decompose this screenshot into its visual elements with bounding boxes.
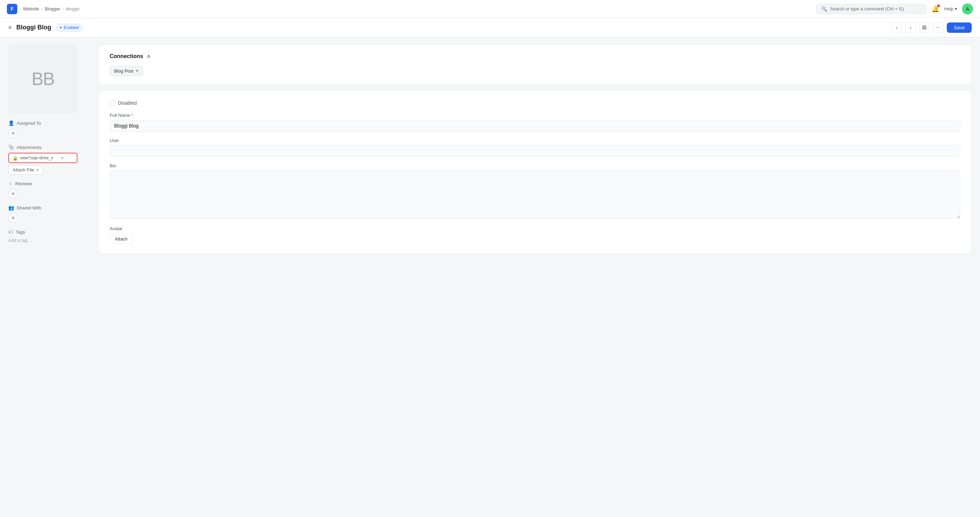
disabled-row: Disabled [110,100,960,106]
tags-label: Tags [16,230,25,235]
notification-badge [937,5,940,7]
svg-rect-1 [923,25,925,27]
connections-card: Connections ∧ Blog Post + [98,44,972,85]
reviews-title: ☆ Reviews [8,181,91,186]
assigned-to-title: 👤 Assigned To [8,120,91,126]
help-label: Help [944,6,953,11]
top-nav: F › Website › Blogger › bloggo 🔍 Search … [0,0,980,18]
user-group: User [110,138,960,157]
attach-file-label: Attach File [13,167,34,173]
disabled-label: Disabled [118,100,137,106]
svg-rect-2 [923,28,925,29]
bio-label: Bio [110,163,960,168]
assigned-to-label: Assigned To [17,121,41,126]
main-layout: BB 👤 Assigned To + 📎 Attachments 🔒 view?… [0,37,980,517]
content-panel: Connections ∧ Blog Post + Disabled Full … [98,44,972,510]
reviews-label: Reviews [15,181,32,186]
full-name-label: Full Name * [110,113,960,118]
required-star: * [131,113,133,118]
add-connection-icon: + [135,68,138,74]
breadcrumb-current: bloggo [66,6,80,11]
chevron-down-icon: ▾ [955,6,957,11]
next-button[interactable]: › [905,22,916,33]
search-placeholder: Search or type a command (Ctrl + G) [830,6,904,11]
page-header: ≡ Bloggi Blog Enabled ‹ › ··· Save [0,18,980,37]
prev-button[interactable]: ‹ [891,22,902,33]
person-icon: 👤 [8,120,14,126]
connections-tags-row: Blog Post + [110,66,960,76]
breadcrumb-website[interactable]: Website [23,6,39,11]
avatar-label: Avatar [110,226,960,231]
reviews-section: ☆ Reviews + [8,181,91,199]
bio-textarea[interactable] [110,170,960,219]
user-input[interactable] [110,145,960,157]
notifications-button[interactable]: 🔔 [932,5,939,13]
attach-avatar-button[interactable]: Attach [110,234,133,244]
page-title: Bloggi Blog [16,24,51,31]
bio-group: Bio [110,163,960,220]
avatar-section: Avatar Attach [110,226,960,244]
sidebar: BB 👤 Assigned To + 📎 Attachments 🔒 view?… [8,44,91,510]
status-badge: Enabled [56,24,83,32]
attachments-title: 📎 Attachments [8,144,91,150]
sep2: › [41,6,43,11]
connections-collapse-icon[interactable]: ∧ [146,53,151,59]
attachment-item: 🔒 view?usp=drive_v × [8,153,78,163]
shared-with-label: Shared With [17,205,41,211]
shared-with-section: 👥 Shared With + [8,205,91,223]
search-icon: 🔍 [821,6,827,12]
app-icon[interactable]: F [7,4,17,14]
paperclip-icon: 📎 [8,144,14,150]
add-review-button[interactable]: + [8,189,18,199]
tag-icon: 🏷 [8,229,13,235]
full-name-input[interactable] [110,120,960,132]
avatar-initials: BB [32,68,54,89]
page-header-left: ≡ Bloggi Blog Enabled [8,24,83,32]
breadcrumb-area: F › Website › Blogger › bloggo [7,4,80,14]
connections-title: Connections [110,53,143,59]
save-button[interactable]: Save [947,22,972,33]
form-card: Disabled Full Name * User Bio [98,90,972,254]
user-label: User [110,138,960,143]
attachment-filename: view?usp=drive_v [20,155,58,160]
attach-file-button[interactable]: Attach File + [8,165,43,174]
search-box[interactable]: 🔍 Search or type a command (Ctrl + G) [816,4,927,14]
attach-file-plus-icon: + [36,167,39,173]
add-shared-button[interactable]: + [8,213,18,223]
lock-icon: 🔒 [13,155,18,161]
connections-header: Connections ∧ [110,53,960,59]
attachment-remove-button[interactable]: × [60,155,64,161]
page-header-right: ‹ › ··· Save [891,22,972,33]
breadcrumb-blogger[interactable]: Blogger [45,6,60,11]
avatar-card: BB [8,44,78,113]
disabled-checkbox[interactable] [110,100,115,106]
attachments-section: 📎 Attachments 🔒 view?usp=drive_v × Attac… [8,144,91,174]
add-assigned-button[interactable]: + [8,128,18,138]
menu-icon[interactable]: ≡ [8,25,11,31]
full-name-group: Full Name * [110,113,960,132]
sep3: › [62,6,64,11]
people-icon: 👥 [8,205,14,211]
star-icon: ☆ [8,181,13,186]
blog-post-connection[interactable]: Blog Post + [110,66,143,76]
sep1: › [19,6,21,11]
print-button[interactable] [919,22,929,33]
shared-with-title: 👥 Shared With [8,205,91,211]
top-nav-right: 🔍 Search or type a command (Ctrl + G) 🔔 … [816,3,973,14]
help-button[interactable]: Help ▾ [944,6,957,11]
tags-title: 🏷 Tags [8,229,91,235]
attachments-label: Attachments [17,145,41,150]
user-avatar-button[interactable]: A [962,3,973,14]
tags-section: 🏷 Tags Add a tag ... [8,229,91,243]
add-tag-input[interactable]: Add a tag ... [8,238,32,243]
blog-post-label: Blog Post [114,68,134,74]
more-button[interactable]: ··· [933,22,943,33]
assigned-to-section: 👤 Assigned To + [8,120,91,138]
